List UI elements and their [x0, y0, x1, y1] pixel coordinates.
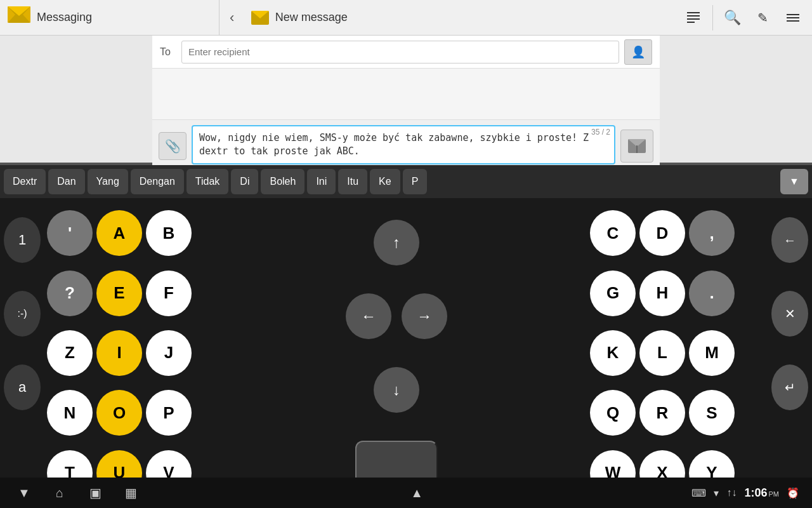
- compose-area: 📎 35 / 2 Wow, nigdy nie wiem, SMS-y może…: [152, 119, 660, 172]
- suggestion-p[interactable]: P: [403, 169, 428, 194]
- new-message-section: New message: [245, 11, 679, 25]
- message-area: To 👤 📎 35 / 2 Wow, nigdy nie wiem, SMS-y…: [152, 36, 660, 172]
- suggestion-yang[interactable]: Yang: [88, 169, 128, 194]
- key-R[interactable]: R: [639, 390, 685, 436]
- contact-icon: 👤: [631, 45, 645, 59]
- send-button[interactable]: [620, 130, 653, 163]
- menu-icon: [687, 12, 700, 23]
- app-title: Messaging: [37, 11, 92, 24]
- message-body-empty: [152, 69, 660, 119]
- nav-up-row: ↑: [374, 220, 419, 265]
- left-row-3: Z I J: [44, 330, 203, 376]
- key-F[interactable]: F: [146, 271, 192, 316]
- compose-input[interactable]: Wow, nigdy nie wiem, SMS-y może być tak …: [192, 125, 615, 164]
- suggestion-dismiss-button[interactable]: ▼: [780, 169, 808, 194]
- app-icon: [8, 6, 30, 29]
- key-N[interactable]: N: [47, 390, 93, 436]
- overflow-icon: [787, 14, 799, 22]
- key-O[interactable]: O: [96, 390, 142, 436]
- recents-button[interactable]: ▣: [84, 481, 107, 504]
- suggestion-tidak[interactable]: Tidak: [187, 169, 229, 194]
- attach-icon: 📎: [165, 138, 181, 154]
- qr-button[interactable]: ▦: [119, 481, 142, 504]
- key-L[interactable]: L: [639, 330, 685, 376]
- clock-ampm: PM: [769, 490, 780, 498]
- key-1[interactable]: 1: [4, 217, 41, 263]
- alarm-icon: ⏰: [787, 487, 799, 499]
- header-left: Messaging: [0, 6, 219, 29]
- nav-right[interactable]: →: [402, 293, 447, 339]
- suggestion-ini[interactable]: Ini: [307, 169, 336, 194]
- key-B[interactable]: B: [146, 210, 192, 256]
- nav-cluster: ↑ ← → ↓: [203, 201, 590, 505]
- menu-button[interactable]: [679, 4, 707, 32]
- key-delete[interactable]: ✕: [771, 291, 808, 337]
- nav-left[interactable]: ←: [346, 293, 391, 339]
- key-comma[interactable]: ,: [689, 210, 735, 256]
- suggestion-ke[interactable]: Ke: [370, 169, 400, 194]
- key-question[interactable]: ?: [47, 271, 93, 316]
- home-icon: ⌂: [56, 486, 63, 500]
- contact-picker-button[interactable]: 👤: [624, 39, 652, 65]
- left-row-4: N O P: [44, 390, 203, 436]
- dismiss-icon: ▼: [789, 176, 799, 187]
- nav-down[interactable]: ↓: [374, 367, 419, 413]
- qr-icon: ▦: [125, 485, 137, 500]
- search-icon: 🔍: [724, 10, 741, 26]
- nav-down-button[interactable]: ▼: [13, 481, 36, 504]
- overflow-button[interactable]: [779, 4, 807, 32]
- key-G[interactable]: G: [590, 271, 636, 316]
- key-a-special[interactable]: a: [4, 364, 41, 410]
- char-count: 35 / 2: [591, 128, 610, 137]
- key-M[interactable]: M: [689, 330, 735, 376]
- keyboard: Dextr Dan Yang Dengan Tidak Di Boleh Ini…: [0, 165, 812, 508]
- back-button[interactable]: ‹: [219, 0, 245, 36]
- suggestion-di[interactable]: Di: [231, 169, 258, 194]
- key-K[interactable]: K: [590, 330, 636, 376]
- key-E[interactable]: E: [96, 271, 142, 316]
- key-backspace[interactable]: ←: [771, 217, 808, 263]
- keyboard-icon: ⌨: [691, 487, 706, 499]
- key-enter[interactable]: ↵: [771, 364, 808, 410]
- suggestion-boleh[interactable]: Boleh: [261, 169, 304, 194]
- divider: [712, 5, 713, 30]
- attach-button[interactable]: 📎: [159, 132, 187, 160]
- to-field: To 👤: [152, 36, 660, 69]
- recents-icon: ▣: [89, 485, 102, 500]
- key-smiley[interactable]: :-): [4, 291, 41, 337]
- key-S[interactable]: S: [689, 390, 735, 436]
- suggestion-itu[interactable]: Itu: [338, 169, 367, 194]
- keyboard-dismiss-button[interactable]: ▲: [405, 481, 428, 504]
- suggestion-dengan[interactable]: Dengan: [131, 169, 184, 194]
- left-row-2: ? E F: [44, 271, 203, 316]
- left-letter-cluster: ' A B ? E F Z I J N O P: [44, 201, 203, 505]
- nav-down-row: ↓: [374, 367, 419, 413]
- new-message-title: New message: [275, 11, 348, 24]
- key-P[interactable]: P: [146, 390, 192, 436]
- keys-area: 1 :-) a ' A B ? E F Z I J: [0, 198, 812, 508]
- key-D[interactable]: D: [639, 210, 685, 256]
- key-I[interactable]: I: [96, 330, 142, 376]
- search-button[interactable]: 🔍: [718, 4, 746, 32]
- key-apostrophe[interactable]: ': [47, 210, 93, 256]
- right-row-1: C D ,: [590, 210, 768, 256]
- suggestion-dan[interactable]: Dan: [48, 169, 84, 194]
- key-Z[interactable]: Z: [47, 330, 93, 376]
- to-label: To: [160, 46, 175, 58]
- edit-button[interactable]: ✎: [749, 4, 776, 32]
- key-Q[interactable]: Q: [590, 390, 636, 436]
- right-special-keys: ← ✕ ↵: [768, 201, 812, 505]
- nav-up[interactable]: ↑: [374, 220, 419, 265]
- suggestion-dextr[interactable]: Dextr: [4, 169, 46, 194]
- home-button[interactable]: ⌂: [48, 481, 71, 504]
- side-panel-left: [0, 36, 152, 163]
- left-row-1: ' A B: [44, 210, 203, 256]
- key-J[interactable]: J: [146, 330, 192, 376]
- key-A[interactable]: A: [96, 210, 142, 256]
- key-C[interactable]: C: [590, 210, 636, 256]
- recipient-input[interactable]: [181, 41, 619, 64]
- key-period[interactable]: .: [689, 271, 735, 316]
- time-display: 1:06 PM: [744, 486, 779, 500]
- send-icon: [628, 139, 646, 153]
- key-H[interactable]: H: [639, 271, 685, 316]
